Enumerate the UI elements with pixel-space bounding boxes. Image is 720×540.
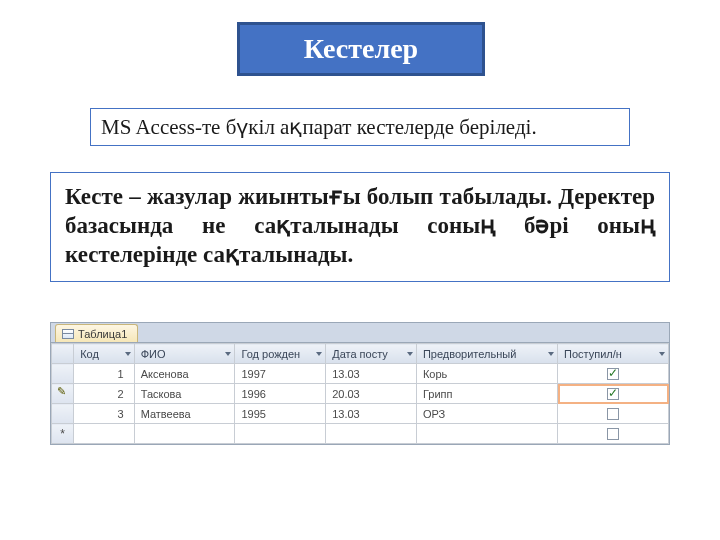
chevron-down-icon[interactable] [125, 352, 131, 356]
cell-id[interactable]: 2 [74, 384, 134, 404]
page-title-badge: Кестелер [237, 22, 485, 76]
table-row[interactable]: 1Аксенова199713.03Корь [52, 364, 669, 384]
cell-empty[interactable] [74, 424, 134, 444]
checkbox-icon[interactable] [607, 368, 619, 380]
cell-year[interactable]: 1997 [235, 364, 326, 384]
table-row[interactable]: 2Таскова199620.03Грипп [52, 384, 669, 404]
header-year[interactable]: Год рожден [235, 344, 326, 364]
cell-year[interactable]: 1996 [235, 384, 326, 404]
access-datasheet: Таблица1 Код ФИО Год рожден Дата посту П… [50, 322, 670, 445]
asterisk-icon: * [60, 427, 65, 441]
header-row: Код ФИО Год рожден Дата посту Предворите… [52, 344, 669, 364]
cell-enrolled[interactable] [558, 404, 669, 424]
subtitle-text: MS Access-те бүкіл ақпарат кестелерде бе… [101, 115, 537, 140]
cell-id[interactable]: 1 [74, 364, 134, 384]
cell-date[interactable]: 13.03 [326, 364, 417, 384]
cell-empty[interactable] [326, 424, 417, 444]
description-box: Кесте – жазулар жиынтығы болып табылады.… [50, 172, 670, 282]
chevron-down-icon[interactable] [659, 352, 665, 356]
description-text: Кесте – жазулар жиынтығы болып табылады.… [65, 183, 655, 269]
pencil-icon [58, 388, 68, 398]
subtitle-box: MS Access-те бүкіл ақпарат кестелерде бе… [90, 108, 630, 146]
chevron-down-icon[interactable] [548, 352, 554, 356]
cell-date[interactable]: 20.03 [326, 384, 417, 404]
cell-diag[interactable]: Грипп [416, 384, 557, 404]
row-selector[interactable]: * [52, 424, 74, 444]
cell-id[interactable]: 3 [74, 404, 134, 424]
table-icon [62, 329, 74, 339]
new-record-row[interactable]: * [52, 424, 669, 444]
cell-diag[interactable]: Корь [416, 364, 557, 384]
cell-empty[interactable] [235, 424, 326, 444]
datasheet-body: 1Аксенова199713.03Корь2Таскова199620.03Г… [52, 364, 669, 444]
cell-fio[interactable]: Матвеева [134, 404, 235, 424]
checkbox-icon[interactable] [607, 408, 619, 420]
row-selector[interactable] [52, 384, 74, 404]
page-title: Кестелер [304, 33, 418, 65]
cell-year[interactable]: 1995 [235, 404, 326, 424]
row-selector[interactable] [52, 364, 74, 384]
cell-enrolled[interactable] [558, 424, 669, 444]
header-diag[interactable]: Предворительный [416, 344, 557, 364]
checkbox-icon[interactable] [607, 388, 619, 400]
chevron-down-icon[interactable] [225, 352, 231, 356]
tab-label: Таблица1 [78, 328, 127, 340]
checkbox-icon[interactable] [607, 428, 619, 440]
cell-enrolled[interactable] [558, 364, 669, 384]
chevron-down-icon[interactable] [316, 352, 322, 356]
header-fio[interactable]: ФИО [134, 344, 235, 364]
cell-empty[interactable] [134, 424, 235, 444]
tab-strip: Таблица1 [51, 323, 669, 343]
row-selector[interactable] [52, 404, 74, 424]
cell-enrolled[interactable] [558, 384, 669, 404]
header-id[interactable]: Код [74, 344, 134, 364]
chevron-down-icon[interactable] [407, 352, 413, 356]
cell-date[interactable]: 13.03 [326, 404, 417, 424]
datasheet-table: Код ФИО Год рожден Дата посту Предворите… [51, 343, 669, 444]
cell-fio[interactable]: Аксенова [134, 364, 235, 384]
cell-empty[interactable] [416, 424, 557, 444]
cell-diag[interactable]: ОРЗ [416, 404, 557, 424]
header-enr[interactable]: Поступил/н [558, 344, 669, 364]
header-date[interactable]: Дата посту [326, 344, 417, 364]
cell-fio[interactable]: Таскова [134, 384, 235, 404]
table-row[interactable]: 3Матвеева199513.03ОРЗ [52, 404, 669, 424]
tab-table1[interactable]: Таблица1 [55, 324, 138, 342]
header-selector[interactable] [52, 344, 74, 364]
